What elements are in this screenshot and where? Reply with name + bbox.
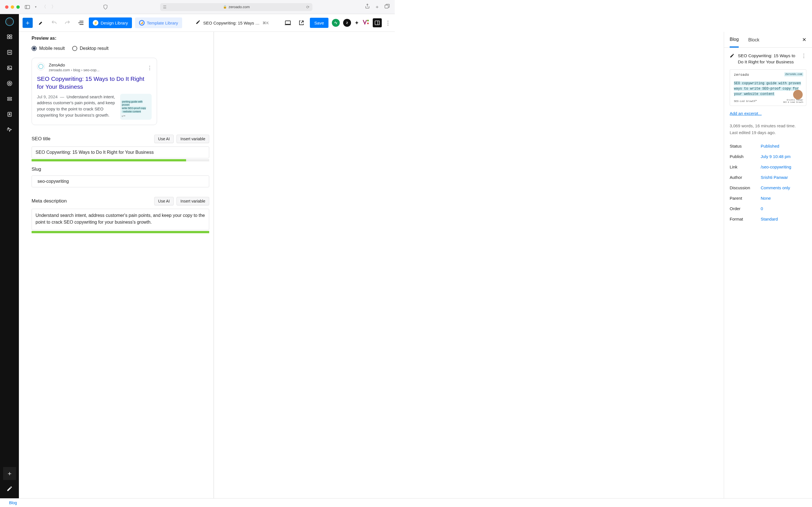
bolt-icon: ⚡ (93, 20, 98, 25)
seo-title-use-ai-button[interactable]: Use AI (154, 135, 174, 143)
slug-input[interactable]: seo-copywriting (32, 175, 209, 187)
serp-thumbnail: ywriting guide with proven write SEO-pro… (120, 94, 152, 120)
keyboard-shortcut: ⌘K (262, 21, 269, 25)
rail-star-icon[interactable] (6, 80, 13, 88)
nav-back-icon[interactable]: 〈 (42, 4, 46, 10)
editor-pane: Preview as: Mobile result Desktop result… (19, 32, 395, 242)
sidebar-toggle-icon[interactable] (25, 5, 30, 9)
svg-point-20 (367, 20, 369, 21)
design-library-label: Design Library (101, 20, 128, 25)
rail-heading-icon[interactable] (6, 49, 13, 57)
svg-rect-11 (7, 98, 11, 99)
address-bar[interactable]: ☰ 🔒 zeroado.com ⟳ (160, 3, 312, 11)
seo-title-progress-fill (32, 159, 186, 161)
window-maximize[interactable] (16, 5, 20, 9)
ai-sparkle-icon[interactable]: ✦ (354, 19, 359, 26)
browser-chrome: ▾ 〈 〉 ☰ 🔒 zeroado.com ⟳ ＋ (0, 0, 395, 14)
svg-rect-18 (285, 21, 290, 24)
desktop-result-option[interactable]: Desktop result (72, 46, 109, 51)
jetpack-icon[interactable] (332, 19, 340, 27)
meta-desc-label: Meta description (32, 198, 67, 204)
save-label: Save (314, 20, 324, 25)
svg-rect-3 (7, 35, 9, 37)
edit-mode-icon[interactable] (36, 18, 46, 28)
url-text: zeroado.com (229, 5, 250, 9)
preview-as-label: Preview as: (32, 36, 226, 41)
admin-rail: ＋ (0, 14, 19, 242)
share-icon[interactable] (365, 4, 370, 10)
document-title[interactable]: SEO Copywriting: 15 Ways t... ⌘K (185, 20, 280, 26)
serp-title: SEO Copywriting: 15 Ways to Do It Right … (37, 75, 152, 91)
lock-icon: 🔒 (223, 5, 227, 9)
more-options-icon[interactable]: ⋮ (385, 19, 391, 26)
pencil-icon (196, 20, 200, 26)
svg-rect-4 (10, 35, 11, 37)
seo-title-input[interactable]: SEO Copywriting: 15 Ways to Do It Right … (32, 147, 209, 158)
meta-use-ai-button[interactable]: Use AI (154, 197, 174, 205)
slug-label: Slug (32, 166, 226, 172)
rail-contact-icon[interactable] (6, 111, 13, 119)
serp-date: Jul 9, 2024 (37, 94, 57, 99)
svg-rect-6 (10, 37, 11, 39)
meta-desc-progress (32, 231, 209, 233)
rail-form-icon[interactable] (6, 96, 13, 103)
external-link-icon[interactable] (296, 18, 306, 28)
desktop-result-label: Desktop result (80, 46, 109, 51)
shield-icon[interactable] (103, 4, 108, 10)
desktop-preview-icon[interactable] (283, 18, 293, 28)
add-block-button[interactable]: ＋ (22, 18, 33, 28)
template-library-button[interactable]: Template Library (135, 17, 182, 28)
design-library-button[interactable]: ⚡ Design Library (89, 17, 132, 28)
serp-description: Jul 9, 2024 — Understand search intent, … (37, 94, 116, 120)
traffic-lights (5, 5, 20, 9)
reader-icon[interactable]: ☰ (163, 5, 167, 9)
serp-url-breadcrumb: zeroado.com › blog › seo-cop... (49, 68, 100, 72)
svg-rect-12 (7, 100, 11, 101)
seo-title-insert-variable-button[interactable]: Insert variable (176, 135, 209, 143)
seo-title-progress (32, 159, 209, 161)
svg-rect-22 (375, 21, 379, 25)
serp-favicon-icon (37, 62, 45, 70)
redo-icon[interactable] (62, 18, 72, 28)
seo-title-label: SEO title (32, 136, 50, 142)
serp-more-icon[interactable]: ⋮ (147, 65, 152, 71)
tabs-icon[interactable] (385, 4, 390, 10)
preview-mode-radios: Mobile result Desktop result (32, 46, 226, 51)
save-button[interactable]: Save (310, 18, 328, 28)
outline-icon[interactable] (75, 18, 86, 28)
settings-sidebar-toggle[interactable] (373, 18, 382, 27)
rail-dashboard-icon[interactable] (6, 34, 13, 41)
radio-checked-icon (32, 46, 37, 51)
rail-image-icon[interactable] (6, 65, 13, 72)
editor-toolbar: ＋ ⚡ Design Library Template Library SEO … (0, 14, 395, 32)
new-tab-icon[interactable]: ＋ (375, 4, 379, 10)
radio-unchecked-icon (72, 46, 77, 51)
rail-cursor-icon[interactable] (6, 127, 13, 134)
serp-preview-card: ⋮ ZeroAdo zeroado.com › blog › seo-cop..… (32, 58, 157, 125)
meta-desc-progress-fill (32, 231, 209, 233)
plugin-badge-icon[interactable] (343, 19, 351, 27)
doc-title-text: SEO Copywriting: 15 Ways t... (203, 20, 260, 25)
mobile-result-label: Mobile result (39, 46, 65, 51)
chevron-down-icon[interactable]: ▾ (35, 5, 37, 9)
mobile-result-option[interactable]: Mobile result (32, 46, 65, 51)
svg-rect-0 (25, 5, 30, 9)
site-logo-icon[interactable] (5, 17, 14, 26)
svg-rect-8 (7, 66, 11, 70)
nav-forward-icon[interactable]: 〉 (51, 4, 56, 10)
template-library-label: Template Library (147, 20, 178, 25)
serp-site-name: ZeroAdo (49, 62, 100, 67)
template-icon (139, 20, 145, 25)
svg-point-21 (367, 22, 369, 24)
svg-point-14 (9, 113, 10, 114)
window-close[interactable] (5, 5, 8, 9)
undo-icon[interactable] (49, 18, 59, 28)
window-minimize[interactable] (11, 5, 14, 9)
workspace: Preview as: Mobile result Desktop result… (19, 32, 395, 242)
yoast-icon[interactable] (363, 19, 369, 26)
meta-insert-variable-button[interactable]: Insert variable (176, 197, 209, 205)
reload-icon[interactable]: ⟳ (306, 5, 310, 9)
svg-rect-5 (7, 37, 9, 39)
svg-rect-2 (385, 5, 388, 8)
meta-desc-input[interactable]: Understand search intent, address custom… (32, 209, 209, 230)
